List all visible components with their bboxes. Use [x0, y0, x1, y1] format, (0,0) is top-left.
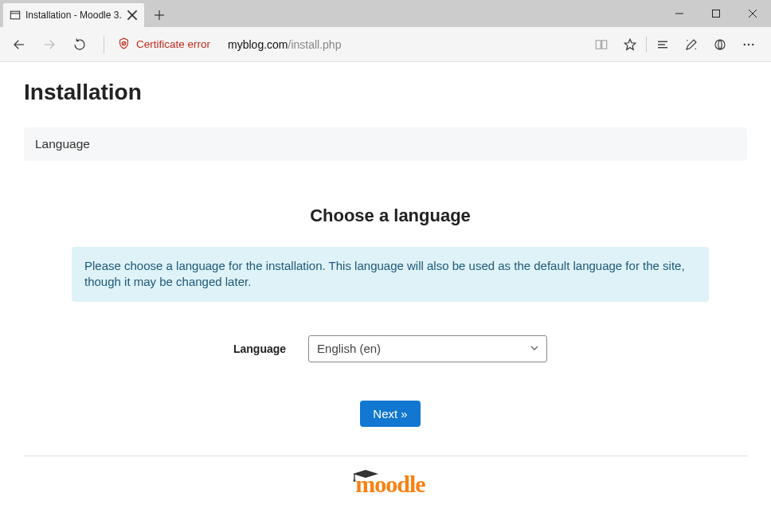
tab-page-icon: [10, 10, 21, 21]
url-host: myblog.com: [228, 38, 288, 51]
web-note-icon[interactable]: [677, 32, 706, 57]
action-row: Next »: [24, 401, 757, 427]
language-select-wrap: English (en): [308, 335, 547, 362]
new-tab-button[interactable]: [147, 3, 171, 27]
svg-point-22: [748, 43, 749, 45]
graduation-cap-icon: [352, 469, 379, 482]
reading-view-icon[interactable]: [587, 32, 616, 57]
svg-marker-24: [353, 470, 378, 478]
svg-rect-0: [10, 11, 19, 19]
section-heading: Choose a language: [24, 205, 757, 226]
breadcrumb-label: Language: [35, 137, 90, 151]
address-bar[interactable]: myblog.com/install.php: [228, 38, 579, 51]
nav-bar: Certificate error myblog.com/install.php: [0, 27, 771, 62]
next-button[interactable]: Next »: [360, 401, 420, 427]
moodle-logo: moodle: [355, 471, 425, 498]
footer-logo-wrap: moodle: [24, 471, 757, 498]
svg-line-13: [123, 41, 125, 44]
svg-point-18: [687, 40, 688, 41]
window-maximize-button[interactable]: [698, 0, 734, 27]
svg-point-26: [354, 479, 356, 482]
svg-point-19: [695, 48, 697, 49]
window-minimize-button[interactable]: [661, 0, 698, 27]
browser-tab[interactable]: Installation - Moodle 3.: [3, 3, 144, 27]
certificate-error-label: Certificate error: [136, 38, 210, 50]
page-content: Installation Language Choose a language …: [0, 62, 771, 498]
toolbar-separator: [646, 37, 647, 53]
svg-point-20: [715, 40, 725, 49]
address-divider: [104, 36, 104, 53]
footer-divider: [24, 456, 747, 456]
url-path: /install.php: [288, 38, 342, 51]
more-icon[interactable]: [734, 32, 763, 57]
refresh-button[interactable]: [68, 33, 91, 56]
main-area: Choose a language Please choose a langua…: [24, 205, 757, 427]
info-text: Please choose a language for the install…: [84, 259, 685, 288]
hub-icon[interactable]: [648, 32, 677, 57]
toolbar-right: [587, 32, 763, 57]
svg-marker-14: [624, 39, 636, 49]
browser-chrome: Installation - Moodle 3.: [0, 0, 771, 62]
language-form-row: Language English (en): [24, 335, 757, 362]
share-icon[interactable]: [706, 32, 734, 57]
tab-strip: Installation - Moodle 3.: [0, 0, 661, 27]
svg-point-21: [744, 43, 746, 45]
svg-rect-7: [713, 10, 720, 18]
forward-button[interactable]: [38, 33, 61, 56]
page-title: Installation: [24, 80, 757, 105]
info-box: Please choose a language for the install…: [72, 247, 709, 302]
tab-close-icon[interactable]: [127, 10, 138, 21]
certificate-warning[interactable]: Certificate error: [117, 37, 210, 53]
svg-point-23: [752, 43, 753, 45]
breadcrumb: Language: [24, 127, 747, 161]
window-close-button[interactable]: [734, 0, 771, 27]
language-label: Language: [233, 342, 286, 355]
back-button[interactable]: [8, 33, 30, 56]
language-select[interactable]: English (en): [308, 335, 547, 362]
favorite-star-icon[interactable]: [616, 32, 644, 57]
tab-title: Installation - Moodle 3.: [25, 10, 122, 21]
shield-warning-icon: [117, 37, 131, 53]
window-controls: [661, 0, 771, 27]
title-bar: Installation - Moodle 3.: [0, 0, 771, 27]
